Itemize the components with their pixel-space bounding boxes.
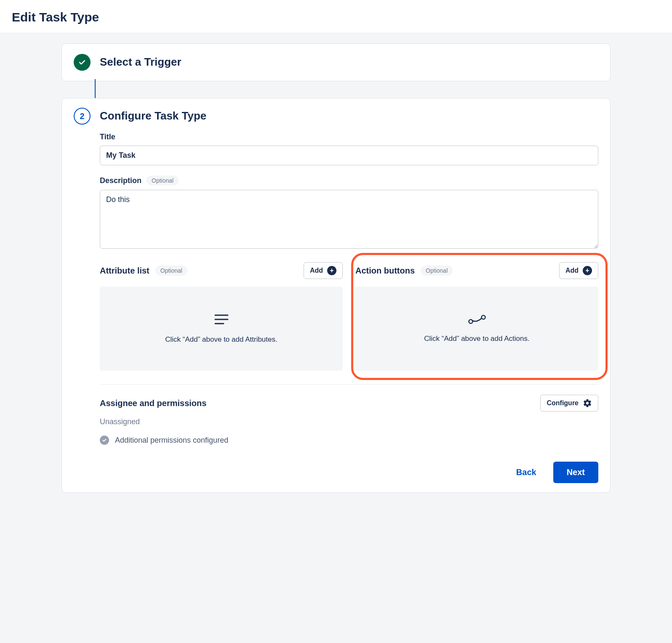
next-button[interactable]: Next — [553, 462, 598, 483]
check-icon — [100, 436, 109, 445]
attribute-list-optional-badge: Optional — [155, 266, 187, 276]
description-field-group: Description Optional — [100, 175, 598, 250]
step-trigger-title: Select a Trigger — [100, 56, 181, 69]
configure-button[interactable]: Configure — [540, 395, 598, 412]
attribute-list-column: Attribute list Optional Add + Click “Add… — [100, 262, 343, 371]
two-column-section: Attribute list Optional Add + Click “Add… — [100, 262, 598, 371]
description-textarea[interactable] — [100, 190, 598, 249]
add-attribute-label: Add — [310, 267, 323, 274]
description-label-text: Description — [100, 176, 141, 185]
title-label: Title — [100, 133, 598, 141]
workflow-icon — [468, 314, 486, 324]
assignee-section: Assignee and permissions Configure Unass… — [100, 395, 598, 445]
attribute-empty-state: Click “Add” above to add Attributes. — [100, 287, 343, 371]
wizard: Select a Trigger 2 Configure Task Type T… — [50, 43, 622, 493]
footer-actions: Back Next — [100, 462, 598, 483]
action-empty-text: Click “Add” above to add Actions. — [424, 335, 529, 343]
list-icon — [214, 314, 229, 325]
back-button[interactable]: Back — [510, 463, 542, 481]
action-empty-state: Click “Add” above to add Actions. — [355, 287, 598, 371]
step-number-icon: 2 — [74, 108, 91, 125]
step-configure-card: 2 Configure Task Type Title Description … — [61, 98, 611, 493]
attribute-empty-text: Click “Add” above to add Attributes. — [165, 335, 277, 344]
svg-point-4 — [481, 316, 485, 319]
action-buttons-column: Action buttons Optional Add + Click “Add… — [355, 262, 598, 371]
assignee-title: Assignee and permissions — [100, 399, 206, 408]
plus-icon: + — [583, 266, 592, 275]
add-attribute-button[interactable]: Add + — [304, 262, 343, 279]
page-title: Edit Task Type — [12, 10, 660, 24]
permissions-row: Additional permissions configured — [100, 436, 598, 445]
permissions-text: Additional permissions configured — [115, 436, 228, 445]
plus-icon: + — [327, 266, 336, 275]
add-action-label: Add — [565, 267, 579, 274]
attribute-list-title: Attribute list — [100, 266, 149, 276]
title-input[interactable] — [100, 146, 598, 165]
separator — [100, 384, 598, 385]
gear-icon — [583, 399, 592, 408]
configure-label: Configure — [547, 399, 579, 407]
description-optional-badge: Optional — [147, 175, 179, 186]
action-buttons-title: Action buttons — [355, 266, 415, 276]
description-label: Description Optional — [100, 175, 598, 186]
unassigned-text: Unassigned — [100, 417, 598, 426]
title-field-group: Title — [100, 133, 598, 165]
add-action-button[interactable]: Add + — [559, 262, 598, 279]
step-configure-title: Configure Task Type — [100, 109, 598, 122]
page-header: Edit Task Type — [0, 0, 672, 33]
svg-point-3 — [469, 320, 472, 324]
step-trigger-card[interactable]: Select a Trigger — [61, 43, 611, 81]
action-buttons-optional-badge: Optional — [421, 266, 453, 276]
step-complete-icon — [74, 54, 91, 71]
step-connector — [95, 79, 96, 100]
